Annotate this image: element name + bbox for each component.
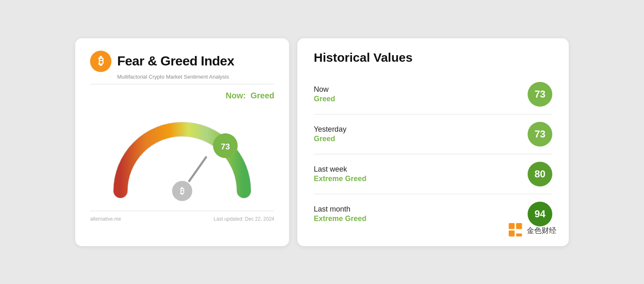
footer-updated: Last updated: Dec 22, 2024	[214, 216, 274, 222]
hist-value-badge: 73	[528, 122, 552, 147]
hist-sentiment: Extreme Greed	[314, 214, 366, 223]
svg-rect-7	[509, 230, 514, 236]
svg-text:₿: ₿	[180, 186, 184, 196]
card-title: Fear & Greed Index	[117, 54, 234, 69]
hist-row: Now Greed 73	[314, 74, 552, 114]
svg-rect-5	[509, 223, 514, 229]
hist-value-badge: 80	[528, 162, 552, 186]
bitcoin-icon: ₿	[90, 51, 111, 72]
now-label: Now: Greed	[90, 91, 274, 100]
hist-row: Yesterday Greed 73	[314, 114, 552, 154]
gauge-container: ₿ 73	[104, 105, 260, 203]
historical-values-title: Historical Values	[314, 51, 552, 65]
svg-rect-8	[516, 233, 522, 236]
hist-period: Yesterday	[314, 125, 346, 134]
hist-value-badge: 94	[528, 202, 552, 226]
hist-sentiment: Extreme Greed	[314, 175, 366, 183]
card-footer: alternative.me Last updated: Dec 22, 202…	[90, 211, 274, 222]
hist-label: Yesterday Greed	[314, 125, 346, 143]
svg-text:73: 73	[221, 142, 230, 151]
header-divider	[90, 84, 274, 84]
hist-label: Now Greed	[314, 85, 335, 103]
hist-period: Now	[314, 85, 335, 94]
hist-sentiment: Greed	[314, 135, 346, 143]
hist-value-badge: 73	[528, 82, 552, 107]
card-header: ₿ Fear & Greed Index	[90, 51, 274, 72]
hist-sentiment: Greed	[314, 95, 335, 103]
svg-rect-6	[516, 223, 522, 229]
watermark-icon	[509, 223, 524, 238]
watermark: 金色财经	[509, 223, 556, 238]
hist-period: Last month	[314, 205, 366, 214]
gauge-svg: ₿ 73	[104, 105, 260, 203]
hist-row: Last week Extreme Greed 80	[314, 154, 552, 194]
fear-greed-card: ₿ Fear & Greed Index Multifactorial Cryp…	[75, 38, 289, 246]
historical-rows: Now Greed 73 Yesterday Greed 73 Last wee…	[314, 74, 552, 234]
card-subtitle: Multifactorial Crypto Market Sentiment A…	[117, 74, 274, 80]
footer-source: alternative.me	[90, 216, 121, 222]
hist-period: Last week	[314, 165, 366, 174]
now-sentiment: Greed	[250, 91, 274, 100]
historical-values-card: Historical Values Now Greed 73 Yesterday…	[297, 38, 569, 246]
hist-label: Last month Extreme Greed	[314, 205, 366, 223]
hist-label: Last week Extreme Greed	[314, 165, 366, 183]
watermark-text: 金色财经	[527, 226, 556, 235]
